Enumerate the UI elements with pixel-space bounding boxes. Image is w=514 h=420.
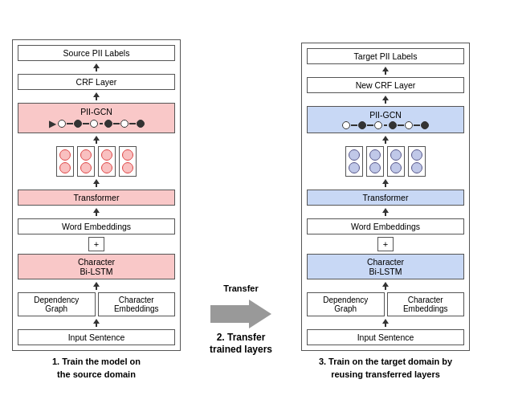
transformer2: Transformer — [307, 190, 464, 206]
left-arrow1: ▶ — [49, 118, 56, 129]
arrow3 — [93, 136, 100, 144]
arrow2 — [93, 92, 100, 100]
transformer1: Transformer — [18, 190, 175, 206]
node-group2 — [104, 120, 145, 128]
arrow-head — [249, 300, 271, 328]
c6 — [101, 162, 112, 173]
cp3 — [98, 146, 116, 177]
graph-row2 — [311, 121, 460, 129]
conn2-2 — [367, 124, 373, 126]
diagram1: Source PII Labels CRF Layer PII-GCN ▶ — [8, 39, 185, 381]
conn2-3 — [398, 124, 404, 126]
diagram2: Target PII Labels New CRF Layer PII-GCN — [297, 43, 474, 381]
arrow2-6 — [382, 282, 389, 290]
arrow2-7 — [382, 319, 389, 327]
node2-5 — [405, 121, 413, 129]
node2 — [74, 120, 82, 128]
arrow1 — [93, 63, 100, 71]
transfer-section: Transfer 2. Transfer trained layers — [193, 283, 289, 381]
c2-6 — [390, 162, 402, 173]
target-pii-labels: Target PII Labels — [307, 48, 464, 64]
plus1: + — [88, 237, 104, 251]
c2-5 — [390, 149, 402, 161]
cp4 — [119, 146, 137, 177]
char-emb2: Character Embeddings — [387, 292, 465, 316]
node3 — [90, 120, 98, 128]
cp1 — [56, 146, 74, 177]
plus-row2: + — [307, 237, 464, 251]
node2-6 — [421, 121, 429, 129]
node1 — [58, 120, 66, 128]
arrow2-5 — [382, 208, 389, 216]
conn4 — [129, 123, 136, 124]
bottom-row1: Dependency Graph Character Embeddings — [18, 292, 175, 316]
char-bilstm1: Character Bi-LSTM — [18, 254, 175, 279]
word-emb1: Word Embeddings — [18, 218, 175, 234]
node-group1 — [58, 120, 98, 128]
node-group4 — [389, 121, 429, 129]
big-arrow — [210, 300, 271, 328]
conn2-mid — [384, 124, 387, 126]
graph-row1: ▶ — [22, 118, 171, 129]
c8 — [122, 162, 133, 173]
caption2: 3. Train on the target domain by reusing… — [319, 356, 452, 381]
conn1 — [67, 123, 73, 124]
c4 — [80, 162, 92, 173]
node5 — [120, 120, 128, 128]
c2-8 — [411, 162, 422, 173]
circles-row2 — [307, 146, 464, 177]
node2-4 — [389, 121, 397, 129]
node2-3 — [374, 121, 382, 129]
conn2 — [83, 123, 89, 124]
node2-1 — [342, 121, 350, 129]
piigcn-label2: PII-GCN — [369, 110, 402, 120]
transfer-arrow-label: Transfer — [223, 283, 258, 293]
arrow2-3 — [382, 136, 389, 144]
transfer-label: 2. Transfer trained layers — [210, 332, 272, 357]
diagram1-inner: Source PII Labels CRF Layer PII-GCN ▶ — [12, 39, 181, 351]
main-container: Source PII Labels CRF Layer PII-GCN ▶ — [0, 31, 514, 389]
arrow6 — [93, 282, 100, 290]
node4 — [104, 120, 112, 128]
c2-3 — [369, 149, 381, 161]
cp2-1 — [345, 146, 363, 177]
source-pii-labels: Source PII Labels — [18, 45, 175, 61]
c2-4 — [369, 162, 381, 173]
cp2 — [77, 146, 95, 177]
input-sentence2: Input Sentence — [307, 329, 464, 345]
c2-2 — [349, 162, 360, 173]
arrow2-1 — [382, 67, 389, 75]
cp2-3 — [387, 146, 405, 177]
c2 — [59, 162, 71, 173]
conn3 — [113, 123, 120, 124]
circles-row1 — [18, 146, 175, 177]
bottom-row2: Dependency Graph Character Embeddings — [307, 292, 464, 316]
c3 — [80, 149, 92, 161]
cp2-4 — [408, 146, 426, 177]
cp2-2 — [366, 146, 384, 177]
arrow7 — [93, 319, 100, 327]
node2-2 — [358, 121, 366, 129]
piigcn-box1: PII-GCN ▶ — [18, 103, 175, 133]
caption1: 1. Train the model on the source domain — [52, 356, 141, 381]
conn2-1 — [351, 124, 357, 126]
plus2: + — [377, 237, 394, 251]
c2-1 — [349, 149, 360, 161]
diagram2-inner: Target PII Labels New CRF Layer PII-GCN — [301, 43, 470, 351]
arrow5 — [93, 208, 100, 216]
arrow2-4 — [382, 179, 389, 187]
piigcn-label1: PII-GCN — [80, 107, 112, 116]
dep-graph1: Dependency Graph — [18, 292, 96, 316]
c7 — [122, 149, 133, 161]
conn2-4 — [414, 124, 420, 126]
char-bilstm2: Character Bi-LSTM — [307, 254, 464, 279]
word-emb2: Word Embeddings — [307, 218, 464, 234]
c2-7 — [411, 149, 422, 161]
node6 — [137, 120, 145, 128]
c1 — [59, 149, 71, 161]
arrow2-2 — [382, 96, 389, 104]
c5 — [101, 149, 112, 161]
arrow4 — [93, 179, 100, 187]
piigcn-box2: PII-GCN — [307, 106, 464, 133]
char-emb1: Character Embeddings — [98, 292, 176, 316]
